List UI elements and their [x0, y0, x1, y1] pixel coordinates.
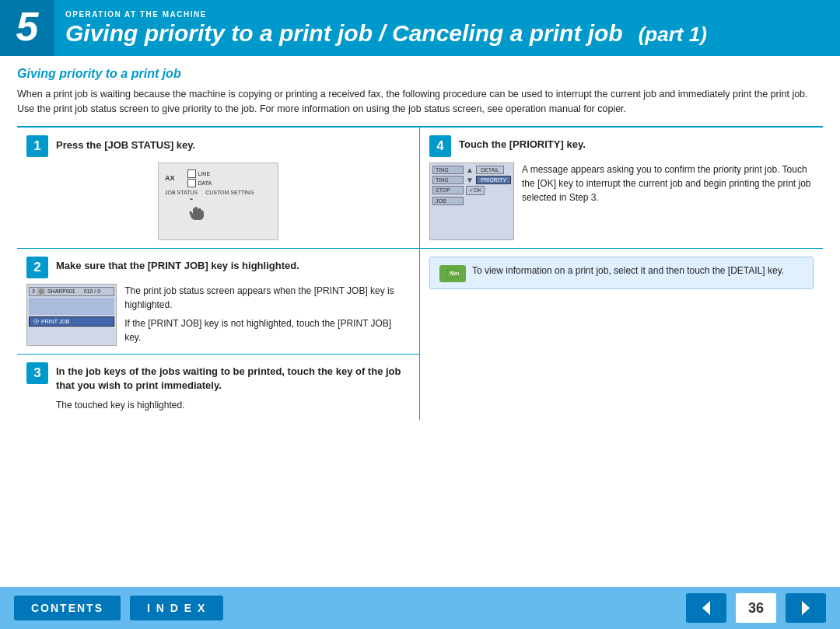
next-page-button[interactable]: [786, 593, 826, 623]
right-steps: 4 Touch the [PRIORITY] key. TING ▲ DETAI…: [420, 128, 823, 420]
step-4-image: TING ▲ DETAIL TING ▼ PRIORITY: [429, 162, 514, 240]
step-1-image: AX LINE DATA: [158, 162, 278, 240]
svg-marker-2: [802, 601, 810, 615]
step-4-title: Touch the [PRIORITY] key.: [459, 135, 586, 152]
step-2-image: 3 🖸 SHARP001 010 / 0 🖸 PRINT JOB: [26, 284, 117, 346]
step-4-block: 4 Touch the [PRIORITY] key. TING ▲ DETAI…: [420, 128, 823, 249]
note-icon: Note: [439, 265, 466, 282]
step-4-description: A message appears asking you to confirm …: [522, 162, 814, 204]
step-1-image-container: AX LINE DATA: [26, 162, 410, 240]
page-header: 5 OPERATION AT THE MACHINE Giving priori…: [0, 0, 840, 56]
part-label: (part 1): [639, 23, 707, 47]
header-text: OPERATION AT THE MACHINE Giving priority…: [54, 0, 707, 56]
step-2-content: 3 🖸 SHARP001 010 / 0 🖸 PRINT JOB The pri…: [26, 284, 410, 346]
left-steps: 1 Press the [JOB STATUS] key. AX LINE: [17, 128, 420, 420]
svg-marker-1: [702, 601, 710, 615]
step-2-block: 2 Make sure that the [PRINT JOB] key is …: [17, 249, 419, 355]
step-3-block: 3 In the job keys of the jobs waiting to…: [17, 355, 419, 420]
page-number: 36: [736, 593, 776, 623]
step-3-number: 3: [26, 362, 48, 384]
step-3-description: The touched key is highlighted.: [56, 398, 410, 412]
note-text: To view information on a print job, sele…: [472, 264, 784, 278]
steps-container: 1 Press the [JOB STATUS] key. AX LINE: [17, 126, 823, 420]
intro-text: When a print job is waiting because the …: [17, 87, 823, 117]
main-content: Giving priority to a print job When a pr…: [0, 56, 840, 420]
step-2-number: 2: [26, 257, 48, 278]
contents-button[interactable]: CONTENTS: [14, 596, 121, 620]
chapter-number: 5: [0, 0, 54, 56]
prev-arrow-icon: [698, 599, 715, 617]
section-heading: Giving priority to a print job: [17, 67, 823, 81]
svg-text:Note: Note: [450, 270, 459, 277]
note-section: Note To view information on a print job,…: [420, 249, 823, 297]
step-1-title: Press the [JOB STATUS] key.: [56, 135, 195, 152]
step-4-number: 4: [429, 135, 451, 157]
prev-page-button[interactable]: [686, 593, 726, 623]
step-2-description: The print job status screen appears when…: [124, 284, 410, 344]
step-1-number: 1: [26, 135, 48, 157]
page-title: Giving priority to a print job / Canceli…: [65, 20, 623, 47]
step-3-title: In the job keys of the jobs waiting to b…: [56, 362, 410, 393]
page-footer: CONTENTS I N D E X 36: [0, 587, 840, 629]
hand-cursor-icon: [182, 198, 204, 222]
operation-label: OPERATION AT THE MACHINE: [65, 10, 707, 19]
index-button[interactable]: I N D E X: [130, 596, 223, 620]
step-1-block: 1 Press the [JOB STATUS] key. AX LINE: [17, 128, 419, 249]
step-4-content: TING ▲ DETAIL TING ▼ PRIORITY: [429, 162, 814, 240]
next-arrow-icon: [797, 599, 814, 617]
step-2-title: Make sure that the [PRINT JOB] key is hi…: [56, 257, 299, 273]
note-box: Note To view information on a print job,…: [429, 257, 814, 289]
